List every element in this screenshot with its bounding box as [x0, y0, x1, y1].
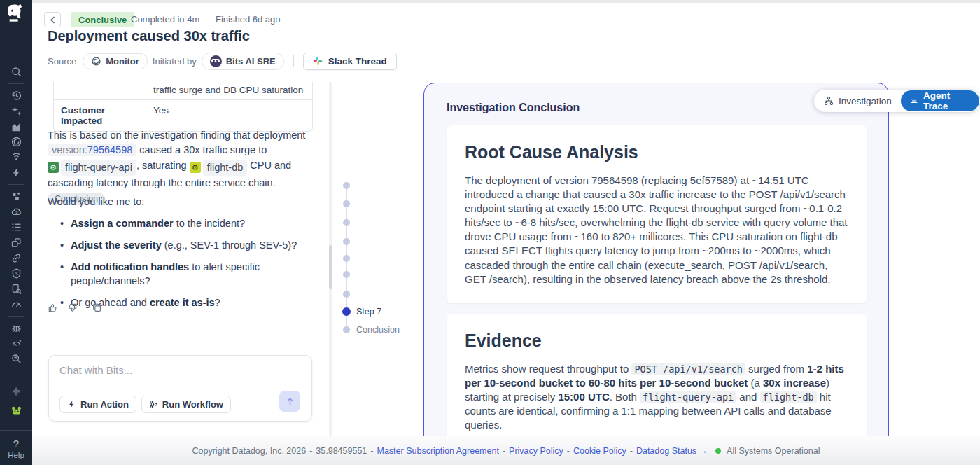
- error-tracking-icon[interactable]: [10, 338, 22, 349]
- tab-agent-trace[interactable]: Agent Trace: [901, 90, 979, 111]
- monitors-icon[interactable]: [10, 136, 22, 148]
- history-icon[interactable]: [10, 90, 22, 102]
- root-cause-card: Root Cause Analysis The deployment of ve…: [447, 125, 867, 303]
- watchdog-icon[interactable]: [10, 151, 22, 163]
- summary-table: traffic surge and DB CPU saturation Cust…: [53, 82, 313, 132]
- timeline-step7-label[interactable]: Step 7: [356, 307, 382, 317]
- status-badge: Conclusive: [71, 12, 134, 27]
- chat-input[interactable]: [59, 364, 298, 376]
- version-tag[interactable]: version:79564598: [48, 144, 136, 156]
- finished-timestamp: Finished 6d ago: [216, 14, 281, 25]
- trace-lines-icon: [910, 96, 918, 106]
- table-row: Customer Impacted Yes: [54, 99, 312, 131]
- investigation-conclusion-panel: Investigation Conclusion Root Cause Anal…: [424, 83, 889, 465]
- bits-sparkles-icon[interactable]: [10, 105, 22, 117]
- evidence-title: Evidence: [465, 331, 849, 351]
- chat-scrollbar[interactable]: [329, 82, 332, 436]
- timeline-conclusion-dot[interactable]: [343, 326, 350, 333]
- copy-icon[interactable]: [92, 303, 102, 313]
- sidebar-divider: [8, 83, 24, 84]
- chevron-left-icon: [50, 16, 55, 24]
- processes-icon[interactable]: [10, 190, 22, 202]
- ip-address: 35.98459551: [316, 446, 367, 456]
- run-action-button[interactable]: Run Action: [59, 396, 136, 413]
- timeline-step7-dot-active[interactable]: [342, 307, 351, 316]
- run-workflow-button[interactable]: Run Workflow: [141, 396, 231, 413]
- root-cause-title: Root Cause Analysis: [465, 142, 849, 162]
- status-green-dot: [715, 448, 721, 454]
- help-label: Help: [0, 451, 32, 459]
- page-title: Deployment caused 30x traffic: [48, 28, 250, 44]
- timeline-step-dot[interactable]: [343, 291, 350, 298]
- source-row: Source Monitor Initiated by Bits AI SRE …: [48, 52, 397, 70]
- search-icon[interactable]: [10, 66, 22, 78]
- systems-status-text: All Systems Operational: [727, 446, 820, 456]
- source-label: Source: [48, 56, 76, 67]
- table-cell: Yes: [150, 100, 312, 131]
- service-tag[interactable]: ⚙flight-query-api: [48, 160, 136, 176]
- monitor-icon: [91, 56, 102, 67]
- service-tag[interactable]: ⚙flight-db: [190, 160, 248, 176]
- table-row: traffic surge and DB CPU saturation: [54, 82, 312, 99]
- timeline-step-dot[interactable]: [343, 238, 350, 245]
- chat-input-box: Run Action Run Workflow: [48, 355, 312, 422]
- list-item: Adjust the severity (e.g., SEV-1 through…: [60, 238, 305, 252]
- help-icon: ?: [0, 438, 32, 450]
- timeline-step-dot[interactable]: [343, 255, 350, 262]
- metrics-icon[interactable]: [10, 120, 22, 132]
- svg-text:$: $: [15, 271, 18, 277]
- back-button[interactable]: [44, 12, 61, 27]
- footer-link-cookie[interactable]: Cookie Policy: [573, 446, 626, 456]
- panel-heading: Investigation Conclusion: [447, 102, 867, 114]
- audit-trail-icon[interactable]: [10, 283, 22, 295]
- send-button[interactable]: [279, 391, 300, 412]
- timeline-step-dot[interactable]: [343, 182, 350, 189]
- footer-link-privacy[interactable]: Privacy Policy: [509, 446, 564, 456]
- integrations-link-icon[interactable]: [10, 252, 22, 264]
- slo-gauge-icon[interactable]: [10, 298, 22, 310]
- sidebar-divider: [8, 316, 24, 317]
- page-footer: Copyright Datadog, Inc. 2026 - 35.984595…: [32, 436, 980, 465]
- thumbs-down-icon[interactable]: [67, 303, 78, 313]
- bug-icon[interactable]: [10, 322, 22, 334]
- service-gear-icon: ⚙: [190, 162, 201, 173]
- timeline-conclusion-label[interactable]: Conclusion: [356, 325, 400, 335]
- org-tree-icon: [824, 96, 834, 106]
- help-section[interactable]: ? Help: [0, 430, 32, 459]
- footer-link-status[interactable]: Datadog Status →: [636, 446, 708, 456]
- software-delivery-icon[interactable]: [10, 237, 22, 249]
- initiated-by-label: Initiated by: [153, 56, 197, 67]
- workflow-icon: [149, 400, 158, 409]
- app-window: $ $ ? Help Concl: [0, 0, 980, 465]
- service-gear-icon: ⚙: [48, 162, 59, 173]
- finding-paragraph: This is based on the investigation findi…: [48, 128, 316, 206]
- investigator-icon[interactable]: [10, 353, 22, 365]
- table-cell: traffic surge and DB CPU saturation: [150, 82, 312, 99]
- datadog-logo-icon[interactable]: [5, 3, 27, 24]
- sidebar-divider: [0, 430, 32, 431]
- cloud-cost-icon[interactable]: $: [10, 206, 22, 218]
- plugin-icon[interactable]: [10, 386, 22, 398]
- footer-link-msa[interactable]: Master Subscription Agreement: [377, 446, 498, 456]
- initiated-by-pill[interactable]: Bits AI SRE: [202, 53, 284, 70]
- thumbs-up-icon[interactable]: [48, 303, 58, 313]
- left-nav-sidebar: $ $ ? Help: [0, 0, 32, 465]
- sidebar-divider: [8, 184, 24, 185]
- prompt-text: Would you like me to:: [48, 196, 144, 207]
- timeline-step-dot[interactable]: [343, 219, 350, 226]
- timeline-step-dot[interactable]: [343, 200, 350, 207]
- timeline-step-dot[interactable]: [343, 271, 350, 278]
- security-shield-icon[interactable]: $: [10, 268, 22, 279]
- source-monitor-pill[interactable]: Monitor: [83, 53, 148, 69]
- root-cause-body: The deployment of version 79564598 (repl…: [465, 174, 849, 286]
- logs-icon[interactable]: [10, 221, 22, 233]
- bits-ai-avatar: [210, 55, 222, 67]
- slack-thread-button[interactable]: Slack Thread: [303, 53, 397, 70]
- svg-text:$: $: [15, 209, 18, 215]
- header-divider: [204, 12, 204, 26]
- actions-bolt-icon[interactable]: [10, 167, 22, 179]
- scrollbar-thumb[interactable]: [329, 245, 332, 289]
- tab-investigation[interactable]: Investigation: [815, 90, 901, 111]
- bits-ai-icon[interactable]: [10, 404, 22, 416]
- investigation-header: Conclusive Completed in 4m Finished 6d a…: [32, 3, 980, 82]
